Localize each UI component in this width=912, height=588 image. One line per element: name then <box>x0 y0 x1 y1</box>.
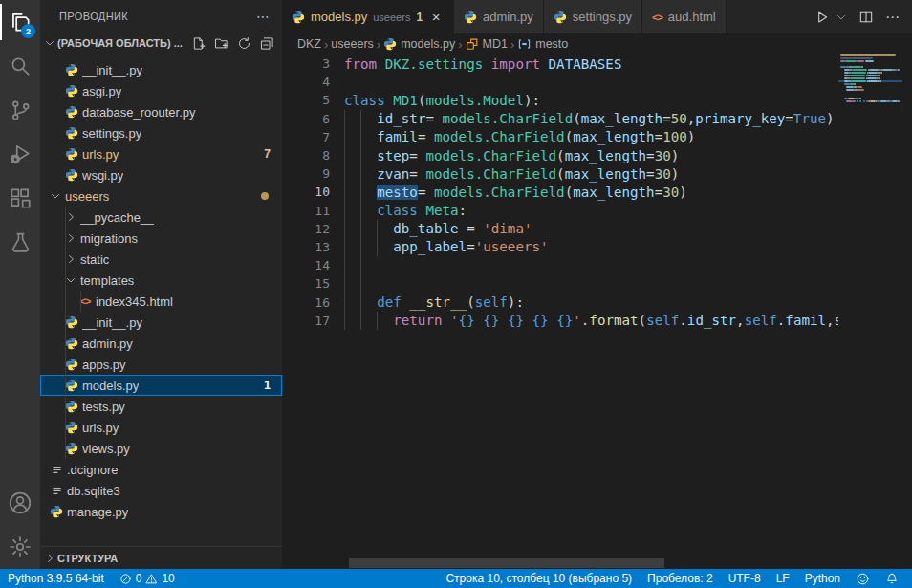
tree-item-db-sqlite3[interactable]: db.sqlite3 <box>40 480 282 501</box>
code-line-15[interactable]: 15 <box>282 274 838 293</box>
run-dropdown-button[interactable] <box>836 11 847 23</box>
code-line-9[interactable]: 9 zvan= models.CharField(max_length=30) <box>282 164 838 183</box>
tree-item-asgi-py[interactable]: asgi.py <box>40 80 282 101</box>
eol-status[interactable]: LF <box>769 569 797 588</box>
tree-item-label: index345.html <box>96 294 173 309</box>
modified-dot-badge <box>261 192 269 200</box>
horizontal-scrollbar[interactable] <box>349 558 664 568</box>
tree-item-migrations[interactable]: migrations <box>40 228 282 249</box>
tree-item-static[interactable]: static <box>40 249 282 270</box>
breadcrumb-separator: › <box>324 37 328 52</box>
indent-guide <box>344 256 345 274</box>
minimap-line <box>838 75 902 76</box>
new-file-icon[interactable] <box>190 35 206 51</box>
tree-item-settings-py[interactable]: settings.py <box>40 122 282 143</box>
activity-account[interactable] <box>0 481 40 525</box>
code-line-7[interactable]: 7 famil= models.CharField(max_length=100… <box>282 128 838 146</box>
encoding-status[interactable]: UTF-8 <box>721 569 769 588</box>
tree-item-label: urls.py <box>82 421 119 435</box>
indentation-status[interactable]: Пробелов: 2 <box>640 569 721 588</box>
tree-item-templates[interactable]: templates <box>40 270 282 291</box>
code-line-8[interactable]: 8 step= models.CharField(max_length=30) <box>282 146 838 164</box>
activity-search[interactable] <box>0 44 40 88</box>
line-number: 11 <box>282 204 330 218</box>
tree-item-label: useeers <box>65 189 109 204</box>
feedback-icon[interactable] <box>848 569 878 588</box>
tree-item--pycache-[interactable]: __pycache__ <box>40 207 282 228</box>
more-actions-button[interactable]: ⋯ <box>885 9 901 26</box>
workspace-section-header[interactable]: (РАБОЧАЯ ОБЛАСТЬ) ... <box>40 33 282 54</box>
tree-item--dcignore[interactable]: .dcignore <box>40 459 282 480</box>
breadcrumb-item-useeers[interactable]: useeers <box>331 37 373 51</box>
problems-status[interactable]: 0 10 <box>112 569 183 588</box>
code-line-11[interactable]: 11 class Meta: <box>282 202 838 220</box>
indent-guide <box>65 228 66 249</box>
minimap[interactable] <box>838 54 902 550</box>
tree-item-views-py[interactable]: views.py <box>40 438 282 459</box>
indent-guide <box>360 256 361 274</box>
breadcrumb-item-md1[interactable]: MD1 <box>466 37 508 51</box>
activity-explorer[interactable]: 2 <box>0 0 40 44</box>
explorer-more-actions-icon[interactable]: ⋯ <box>256 9 271 24</box>
tree-item-useeers[interactable]: useeers <box>40 185 282 207</box>
code-editor[interactable]: 3from DKZ.settings import DATABASES45cla… <box>282 54 838 569</box>
tree-item-urls-py[interactable]: urls.py7 <box>40 143 282 164</box>
tree-item-apps-py[interactable]: apps.py <box>40 354 282 375</box>
tree-item--init-py[interactable]: __init__.py <box>40 312 282 333</box>
editor-group: models.pyuseeers1×admin.pysettings.py<>a… <box>282 0 912 569</box>
code-line-6[interactable]: 6 id_str= models.CharField(max_length=50… <box>282 110 838 128</box>
line-number: 6 <box>282 112 330 126</box>
code-line-5[interactable]: 5class MD1(models.Model): <box>282 91 838 109</box>
code-line-12[interactable]: 12 db_table = 'dima' <box>282 220 838 238</box>
cursor-position-label: Строка 10, столбец 10 (выбрано 5) <box>445 572 632 585</box>
tab-aud-html[interactable]: <>aud.html <box>642 0 727 33</box>
line-number: 9 <box>282 166 330 181</box>
activity-extensions[interactable] <box>0 176 40 220</box>
collapse-all-icon[interactable] <box>259 35 274 51</box>
code-line-10[interactable]: 10 mesto= models.CharField(max_length=30… <box>282 183 838 201</box>
tree-item-models-py[interactable]: models.py1 <box>40 375 282 396</box>
tab-admin-py[interactable]: admin.py <box>454 0 544 33</box>
code-line-16[interactable]: 16 def __str__(self): <box>282 293 838 311</box>
tree-item-label: settings.py <box>82 126 141 141</box>
refresh-icon[interactable] <box>236 35 251 51</box>
cursor-position-status[interactable]: Строка 10, столбец 10 (выбрано 5) <box>438 569 640 588</box>
code-line-4[interactable]: 4 <box>282 73 838 91</box>
code-line-17[interactable]: 17 return '{} {} {} {} {}'.format(self.i… <box>282 312 838 330</box>
tree-item-database-roouter-py[interactable]: database_roouter.py <box>40 101 282 122</box>
language-label: Python <box>805 572 840 585</box>
tree-item-wsgi-py[interactable]: wsgi.py <box>40 164 282 185</box>
code-line-3[interactable]: 3from DKZ.settings import DATABASES <box>282 54 838 73</box>
tree-item-tests-py[interactable]: tests.py <box>40 396 282 417</box>
breadcrumb-label: models.py <box>401 37 455 51</box>
code-line-13[interactable]: 13 app_label='useeers' <box>282 238 838 256</box>
new-folder-icon[interactable] <box>213 35 228 51</box>
code-text: class Meta: <box>344 203 467 218</box>
tree-item-urls-py[interactable]: urls.py <box>40 417 282 438</box>
tree-item-manage-py[interactable]: manage.py <box>40 501 282 522</box>
breadcrumb-item-models-py[interactable]: models.py <box>383 37 455 51</box>
close-icon[interactable]: × <box>428 9 444 25</box>
activity-settings[interactable] <box>0 525 40 569</box>
notifications-bell-icon[interactable] <box>878 569 906 588</box>
python-interpreter-status[interactable]: Python 3.9.5 64-bit <box>0 569 112 588</box>
tree-item-index345-html[interactable]: <>index345.html <box>40 291 282 312</box>
breadcrumb-separator: › <box>377 37 380 52</box>
code-line-14[interactable]: 14 <box>282 256 838 274</box>
split-editor-button[interactable] <box>858 10 874 25</box>
activity-run-debug[interactable] <box>0 132 40 176</box>
breadcrumb-item-mesto[interactable]: mesto <box>517 37 568 51</box>
language-mode-status[interactable]: Python <box>797 569 848 588</box>
breadcrumb-item-dkz[interactable]: DKZ <box>297 37 321 51</box>
tab-settings-py[interactable]: settings.py <box>544 0 642 33</box>
tab-models-py[interactable]: models.pyuseeers1× <box>282 0 454 33</box>
breadcrumb-separator: › <box>510 37 514 52</box>
activity-source-control[interactable] <box>0 88 40 132</box>
indent-guide <box>80 291 81 312</box>
python-file-icon <box>63 84 80 98</box>
outline-section-header[interactable]: СТРУКТУРА <box>40 546 282 569</box>
tree-item--init-py[interactable]: __init__.py <box>40 59 282 80</box>
run-button[interactable] <box>814 10 830 25</box>
tree-item-admin-py[interactable]: admin.py <box>40 333 282 354</box>
activity-testing[interactable] <box>0 220 40 264</box>
